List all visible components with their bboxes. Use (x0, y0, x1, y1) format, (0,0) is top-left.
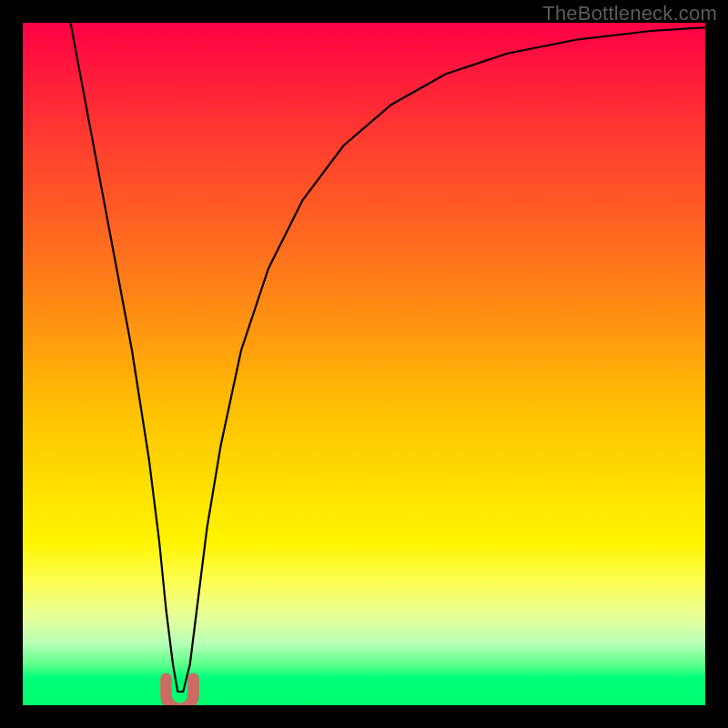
watermark-text: TheBottleneck.com (542, 2, 717, 25)
chart-frame: TheBottleneck.com (0, 0, 728, 728)
chart-svg (23, 23, 705, 705)
plot-area (23, 23, 705, 705)
bottleneck-curve (71, 23, 706, 692)
